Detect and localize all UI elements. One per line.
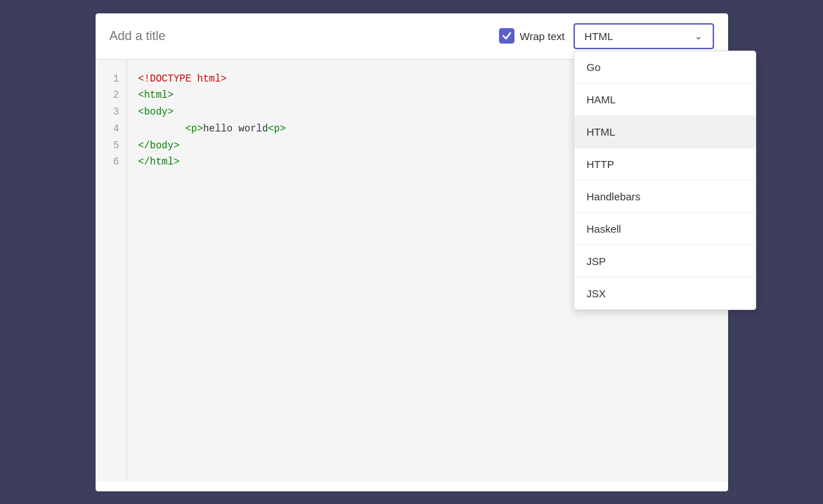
header-right: Wrap text HTML ⌄ Go HAML HTML HTTP Handl… [499, 23, 714, 49]
wrap-text-container: Wrap text [499, 28, 565, 44]
dropdown-menu: Go HAML HTML HTTP Handlebars Haskell JSP… [573, 51, 756, 310]
dropdown-item-jsp[interactable]: JSP [574, 245, 756, 278]
line-number-5: 5 [107, 138, 119, 155]
language-dropdown-button[interactable]: HTML ⌄ [573, 23, 714, 49]
header: Wrap text HTML ⌄ Go HAML HTML HTTP Handl… [96, 13, 728, 60]
line-number-1: 1 [107, 71, 119, 88]
wrap-text-checkbox[interactable] [499, 28, 514, 44]
line-number-3: 3 [107, 104, 119, 121]
dropdown-item-html[interactable]: HTML [574, 116, 756, 148]
language-dropdown: HTML ⌄ Go HAML HTML HTTP Handlebars Hask… [573, 23, 714, 49]
dropdown-selected-label: HTML [585, 30, 614, 42]
dropdown-item-handlebars[interactable]: Handlebars [574, 181, 756, 213]
dropdown-item-jsx[interactable]: JSX [574, 278, 756, 309]
dropdown-item-go[interactable]: Go [574, 51, 756, 84]
title-input[interactable] [110, 29, 273, 44]
line-number-4: 4 [107, 121, 119, 138]
chevron-down-icon: ⌄ [694, 30, 703, 41]
line-number-6: 6 [107, 154, 119, 171]
wrap-text-label: Wrap text [520, 30, 565, 42]
main-container: Wrap text HTML ⌄ Go HAML HTML HTTP Handl… [96, 13, 728, 491]
dropdown-item-haskell[interactable]: Haskell [574, 213, 756, 245]
line-numbers: 1 2 3 4 5 6 [96, 60, 127, 482]
dropdown-item-http[interactable]: HTTP [574, 148, 756, 181]
dropdown-item-haml[interactable]: HAML [574, 84, 756, 116]
line-number-2: 2 [107, 87, 119, 104]
